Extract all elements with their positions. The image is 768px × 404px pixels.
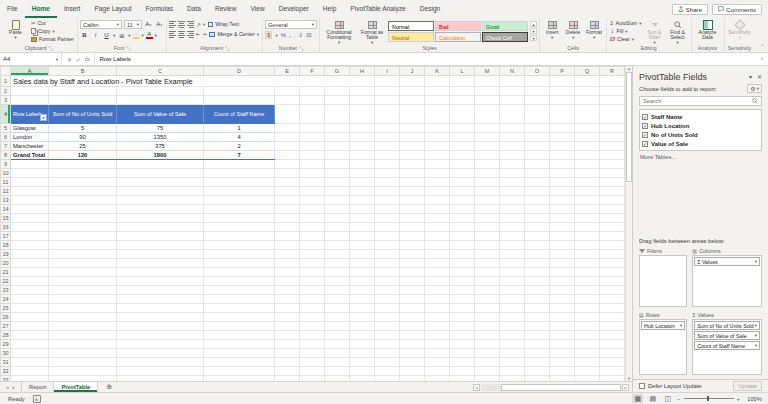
grid-cell[interactable]	[325, 151, 350, 160]
grid-cell[interactable]	[11, 169, 49, 178]
grid-cell[interactable]	[49, 214, 117, 223]
grid-cell[interactable]	[11, 304, 49, 313]
pane-options-dropdown-icon[interactable]: ▾	[749, 73, 752, 80]
row-header-30[interactable]: 30	[1, 349, 11, 358]
grid-cell[interactable]	[49, 196, 117, 205]
grid-cell[interactable]	[600, 259, 625, 268]
row-header-24[interactable]: 24	[1, 295, 11, 304]
grid-cell[interactable]	[450, 232, 475, 241]
grid-cell[interactable]	[117, 87, 204, 96]
area-field-chip[interactable]: Hub Location▾	[641, 321, 685, 330]
grid-cell[interactable]	[350, 331, 375, 340]
grid-cell[interactable]	[300, 241, 325, 250]
collapse-ribbon-chevron[interactable]: ˄	[761, 43, 764, 50]
grid-cell[interactable]	[575, 340, 600, 349]
grid-cell[interactable]	[550, 304, 575, 313]
grid-cell[interactable]	[49, 160, 117, 169]
grid-cell[interactable]	[500, 133, 525, 142]
grid-cell[interactable]	[525, 196, 550, 205]
grid-cell[interactable]	[600, 160, 625, 169]
grid-cell[interactable]	[600, 223, 625, 232]
grid-cell[interactable]	[117, 196, 204, 205]
grid-cell[interactable]	[375, 304, 400, 313]
grid-cell[interactable]	[525, 76, 550, 87]
grid-cell[interactable]	[525, 105, 550, 124]
align-center-icon[interactable]	[178, 30, 185, 38]
grid-cell[interactable]	[117, 223, 204, 232]
grid-cell[interactable]	[275, 322, 300, 331]
pivot-data-cell[interactable]: 1	[204, 124, 275, 133]
grid-cell[interactable]	[475, 259, 500, 268]
grid-cell[interactable]	[49, 358, 117, 367]
grid-cell[interactable]	[425, 331, 450, 340]
grid-cell[interactable]	[450, 214, 475, 223]
grid-cell[interactable]	[400, 295, 425, 304]
grid-cell[interactable]	[300, 178, 325, 187]
horizontal-scroll-thumb[interactable]	[501, 384, 621, 391]
grid-cell[interactable]	[49, 340, 117, 349]
grid-cell[interactable]	[425, 322, 450, 331]
field-search-input[interactable]	[643, 98, 752, 104]
pivot-total-cell[interactable]: 1800	[117, 151, 204, 160]
grid-cell[interactable]	[500, 349, 525, 358]
column-header-O[interactable]: O	[525, 67, 550, 76]
row-header-28[interactable]: 28	[1, 331, 11, 340]
grid-cell[interactable]	[300, 169, 325, 178]
grid-cell[interactable]	[575, 286, 600, 295]
grid-cell[interactable]	[600, 87, 625, 96]
column-header-Q[interactable]: Q	[575, 67, 600, 76]
field-item-hub-location[interactable]: ✓Hub Location	[642, 121, 759, 130]
grid-cell[interactable]	[500, 322, 525, 331]
grid-cell[interactable]	[49, 295, 117, 304]
pivot-total-cell[interactable]: 120	[49, 151, 117, 160]
grid-cell[interactable]	[350, 105, 375, 124]
grid-cell[interactable]	[525, 340, 550, 349]
wrap-text-button[interactable]: Wrap Text	[207, 20, 240, 28]
grid-cell[interactable]	[475, 268, 500, 277]
grid-cell[interactable]	[204, 87, 275, 96]
pivot-header-cell[interactable]: Sum of Value of Sale	[117, 105, 204, 124]
pivot-total-cell[interactable]: 7	[204, 151, 275, 160]
grid-cell[interactable]	[425, 340, 450, 349]
grid-cell[interactable]	[525, 295, 550, 304]
scroll-left-icon[interactable]: ◂	[473, 384, 480, 391]
grid-cell[interactable]	[575, 151, 600, 160]
grid-cell[interactable]	[350, 259, 375, 268]
grid-cell[interactable]	[300, 358, 325, 367]
grid-cell[interactable]	[117, 259, 204, 268]
grid-cell[interactable]	[325, 196, 350, 205]
alignment-dialog-launcher[interactable]: ⤡	[225, 45, 229, 51]
sheet-tab-pivottable[interactable]: PivotTable	[54, 382, 98, 392]
grid-cell[interactable]	[300, 205, 325, 214]
grid-cell[interactable]	[400, 358, 425, 367]
grid-cell[interactable]	[11, 196, 49, 205]
grid-cell[interactable]	[375, 367, 400, 376]
grid-cell[interactable]	[49, 96, 117, 105]
grid-cell[interactable]	[575, 367, 600, 376]
grid-cell[interactable]	[400, 304, 425, 313]
grid-cell[interactable]	[117, 241, 204, 250]
grid-cell[interactable]	[575, 87, 600, 96]
grid-cell[interactable]	[11, 277, 49, 286]
grid-cell[interactable]	[204, 232, 275, 241]
grid-cell[interactable]	[204, 196, 275, 205]
grid-cell[interactable]	[400, 259, 425, 268]
grid-cell[interactable]	[325, 340, 350, 349]
area-field-chip[interactable]: Count of Staff Name▾	[694, 341, 760, 350]
grid-cell[interactable]	[450, 286, 475, 295]
grid-cell[interactable]	[325, 304, 350, 313]
grid-cell[interactable]	[600, 322, 625, 331]
grid-cell[interactable]	[425, 232, 450, 241]
defer-layout-checkbox[interactable]: ✓	[639, 383, 645, 389]
ribbon-tab-help[interactable]: Help	[316, 0, 344, 18]
grid-cell[interactable]	[425, 250, 450, 259]
grid-cell[interactable]	[275, 295, 300, 304]
grid-cell[interactable]	[475, 349, 500, 358]
grid-cell[interactable]	[375, 223, 400, 232]
row-header-20[interactable]: 20	[1, 259, 11, 268]
grid-cell[interactable]	[11, 358, 49, 367]
grid-cell[interactable]	[600, 268, 625, 277]
grid-cell[interactable]	[117, 304, 204, 313]
area-field-chip[interactable]: Sum of Value of Sale▾	[694, 331, 760, 340]
align-right-icon[interactable]	[187, 30, 194, 38]
